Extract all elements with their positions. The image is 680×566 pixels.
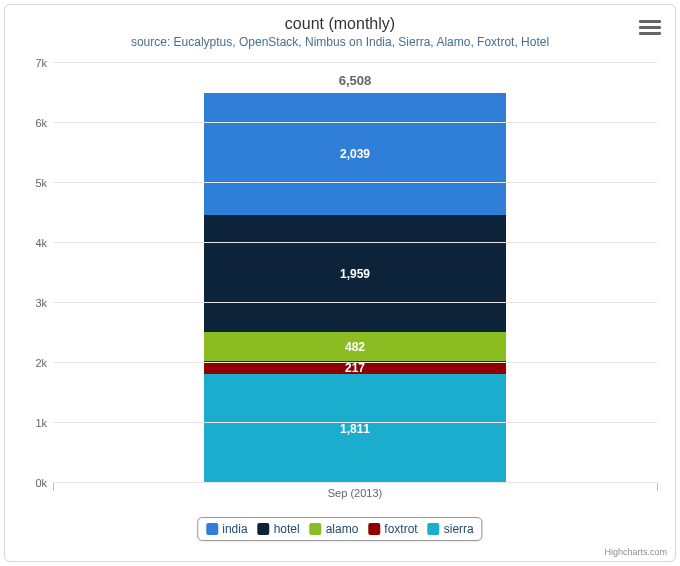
chart-title: count (monthly) — [5, 5, 675, 33]
gridline — [53, 182, 657, 183]
credits-link[interactable]: Highcharts.com — [604, 547, 667, 557]
stack-total-label: 6,508 — [204, 73, 506, 88]
segment-foxtrot[interactable]: 217 — [204, 361, 506, 374]
segment-india[interactable]: 2,039 — [204, 93, 506, 215]
legend-swatch-icon — [310, 523, 322, 535]
plot-area: Sep (2013) 6,508 1,8112174821,9592,039 0… — [53, 63, 657, 483]
x-tick — [657, 483, 658, 491]
legend-item-alamo[interactable]: alamo — [310, 522, 359, 536]
stacked-bar[interactable]: 6,508 1,8112174821,9592,039 — [204, 93, 506, 483]
gridline — [53, 482, 657, 483]
x-axis-label: Sep (2013) — [53, 487, 657, 499]
chart-card: count (monthly) source: Eucalyptus, Open… — [4, 4, 676, 562]
y-axis-tick-label: 0k — [35, 477, 47, 489]
legend-label: hotel — [274, 522, 300, 536]
legend-item-india[interactable]: india — [206, 522, 247, 536]
gridline — [53, 302, 657, 303]
legend-swatch-icon — [258, 523, 270, 535]
legend-swatch-icon — [428, 523, 440, 535]
y-axis-tick-label: 5k — [35, 177, 47, 189]
legend-swatch-icon — [368, 523, 380, 535]
segment-alamo[interactable]: 482 — [204, 332, 506, 361]
legend-label: foxtrot — [384, 522, 417, 536]
y-axis-tick-label: 2k — [35, 357, 47, 369]
legend-label: alamo — [326, 522, 359, 536]
legend-label: sierra — [444, 522, 474, 536]
segment-hotel[interactable]: 1,959 — [204, 215, 506, 333]
legend-swatch-icon — [206, 523, 218, 535]
y-axis-tick-label: 1k — [35, 417, 47, 429]
legend-item-hotel[interactable]: hotel — [258, 522, 300, 536]
chart-menu-icon[interactable] — [639, 17, 661, 37]
gridline — [53, 62, 657, 63]
segment-sierra[interactable]: 1,811 — [204, 374, 506, 483]
gridline — [53, 422, 657, 423]
legend: indiahotelalamofoxtrotsierra — [197, 517, 482, 541]
legend-item-sierra[interactable]: sierra — [428, 522, 474, 536]
chart-subtitle: source: Eucalyptus, OpenStack, Nimbus on… — [5, 33, 675, 49]
y-axis-tick-label: 6k — [35, 117, 47, 129]
gridline — [53, 362, 657, 363]
gridline — [53, 122, 657, 123]
gridline — [53, 242, 657, 243]
y-axis-tick-label: 3k — [35, 297, 47, 309]
y-axis-tick-label: 4k — [35, 237, 47, 249]
y-axis-tick-label: 7k — [35, 57, 47, 69]
legend-item-foxtrot[interactable]: foxtrot — [368, 522, 417, 536]
legend-label: india — [222, 522, 247, 536]
